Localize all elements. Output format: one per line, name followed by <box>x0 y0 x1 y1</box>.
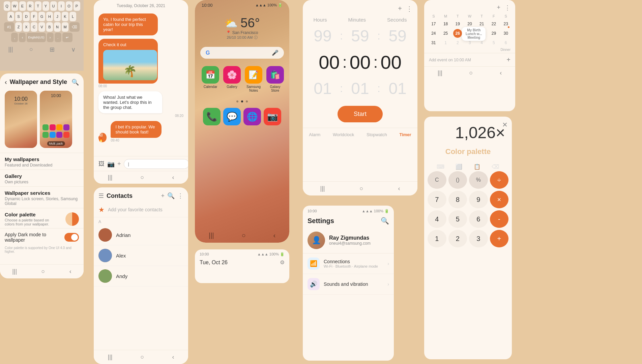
color-palette-circle[interactable] <box>65 212 79 226</box>
calc-9[interactable]: 9 <box>469 191 488 208</box>
timer-add-icon[interactable]: + <box>398 5 402 13</box>
kb-nav-home[interactable]: ○ <box>29 46 33 53</box>
chat-gallery-icon[interactable]: 🖼 <box>98 160 105 168</box>
app-store[interactable]: 🛍️ Galaxy Store <box>266 66 284 92</box>
calc-divide[interactable]: ÷ <box>490 171 509 189</box>
wp-nav-home[interactable]: ○ <box>41 268 45 275</box>
chat-nav-menu[interactable]: ||| <box>108 174 113 181</box>
calc-multiply[interactable]: × <box>490 191 509 208</box>
key-e[interactable]: E <box>19 1 26 11</box>
cal-nav-back[interactable]: ‹ <box>500 69 502 77</box>
app-notes[interactable]: 📝 Samsung Notes <box>245 66 262 92</box>
tab-stopwatch[interactable]: Stopwatch <box>367 132 387 137</box>
cal-day-5[interactable]: 5 <box>489 38 498 47</box>
contacts-nav-back[interactable]: ‹ <box>172 354 174 361</box>
cal-day-19[interactable]: 19 <box>453 20 462 28</box>
key-period[interactable]: . <box>55 33 61 42</box>
calc-5[interactable]: 5 <box>448 210 467 228</box>
calc-copy-icon[interactable]: 📋 <box>474 163 480 170</box>
settings-connections[interactable]: 📶 Connections Wi-Fi · Bluetooth · Airpla… <box>303 253 394 274</box>
wp-nav-back[interactable]: ‹ <box>69 268 71 275</box>
cal-day-2[interactable]: 2 <box>453 38 462 47</box>
dock-camera[interactable]: 📷 <box>264 108 281 125</box>
chat-input-field[interactable] <box>124 159 188 169</box>
settings-user-profile[interactable]: 👤 Ray Zigmundas oneui4@samsung.com <box>303 228 394 253</box>
calc-3[interactable]: 3 <box>469 230 488 247</box>
contacts-add-icon[interactable]: + <box>161 192 165 200</box>
key-z[interactable]: Z <box>15 22 22 32</box>
key-p[interactable]: P <box>74 1 80 11</box>
calc-1[interactable]: 1 <box>428 230 446 247</box>
cal-day-1[interactable]: 1 <box>441 38 450 47</box>
calc-keyboard-icon[interactable]: ⌨ <box>437 163 444 170</box>
cal-nav-recents[interactable]: ||| <box>438 69 442 77</box>
start-button[interactable]: Start <box>338 106 383 122</box>
back-button[interactable]: ‹ <box>5 78 7 86</box>
dock-phone[interactable]: 📞 <box>203 108 221 125</box>
phone-nav-back[interactable]: ‹ <box>273 232 275 239</box>
app-gallery[interactable]: 🌸 Gallery <box>223 66 241 92</box>
key-t[interactable]: T <box>35 1 41 11</box>
key-hash[interactable]: #1 <box>4 22 14 32</box>
key-b[interactable]: B <box>46 22 53 32</box>
tab-timer[interactable]: Timer <box>399 132 411 137</box>
dock-browser[interactable]: 🌐 <box>243 108 261 125</box>
calc-delete-icon[interactable]: ⌫ <box>492 163 499 170</box>
key-s[interactable]: S <box>15 12 22 21</box>
contacts-more-icon[interactable]: ⋮ <box>177 192 183 200</box>
phone-nav-home[interactable]: ○ <box>241 232 245 239</box>
contact-item-alex[interactable]: Alex <box>94 245 188 266</box>
chat-nav-back[interactable]: ‹ <box>172 174 174 181</box>
key-u[interactable]: U <box>50 1 57 11</box>
key-i[interactable]: I <box>58 1 65 11</box>
calc-6[interactable]: 6 <box>469 210 488 228</box>
key-n[interactable]: N <box>54 22 61 32</box>
contacts-search-icon[interactable]: 🔍 <box>167 192 175 200</box>
cal-day-6[interactable]: 6 <box>501 38 510 47</box>
key-k[interactable]: K <box>62 12 68 21</box>
timer-nav-home[interactable]: ○ <box>360 185 363 192</box>
calc-parens[interactable]: () <box>448 171 467 189</box>
wp-nav-menu[interactable]: ||| <box>12 268 17 275</box>
calc-percent[interactable]: % <box>469 171 488 189</box>
calc-clipboard-icon[interactable]: ⬜ <box>456 163 462 170</box>
key-backspace[interactable]: ⌫ <box>69 22 80 32</box>
chat-nav-home[interactable]: ○ <box>141 174 144 181</box>
cal-add-icon[interactable]: + <box>497 4 500 11</box>
contact-item-adrian[interactable]: Adrian <box>94 225 188 245</box>
key-lang[interactable]: English(US) <box>27 33 46 42</box>
key-a[interactable]: A <box>7 12 14 21</box>
cal-day-24[interactable]: 24 <box>429 29 438 38</box>
cal-day-17[interactable]: 17 <box>429 20 438 28</box>
key-c[interactable]: C <box>31 22 37 32</box>
key-f[interactable]: F <box>31 12 37 21</box>
key-w[interactable]: W <box>11 1 18 11</box>
notif-gear-icon[interactable]: ⚙ <box>280 259 285 266</box>
contacts-nav-home[interactable]: ○ <box>141 354 144 361</box>
kb-nav-menu[interactable]: ||| <box>8 46 13 53</box>
key-enter[interactable]: ↵ <box>62 33 72 42</box>
settings-search-icon[interactable]: 🔍 <box>381 217 389 225</box>
cal-day-30[interactable]: 30 <box>501 29 510 38</box>
cal-day-23[interactable]: 23 <box>501 20 510 28</box>
tab-alarm[interactable]: Alarm <box>309 132 320 137</box>
key-q[interactable]: Q <box>4 1 10 11</box>
cal-day-29[interactable]: 29 <box>489 29 498 38</box>
cal-day-18[interactable]: 18 <box>441 20 450 28</box>
search-mic-icon[interactable]: 🎤 <box>272 50 279 56</box>
key-r[interactable]: R <box>27 1 34 11</box>
calc-add[interactable]: + <box>490 230 509 247</box>
app-calendar[interactable]: 📅 Calendar <box>202 66 219 92</box>
chat-camera-icon[interactable]: 📷 <box>107 160 115 168</box>
contacts-menu-icon[interactable]: ☰ <box>98 192 104 200</box>
key-d[interactable]: D <box>23 12 30 21</box>
calc-subtract[interactable]: - <box>490 210 509 228</box>
contact-item-andy[interactable]: Andy <box>94 266 188 286</box>
key-h[interactable]: H <box>46 12 53 21</box>
key-j[interactable]: J <box>54 12 61 21</box>
cal-day-22[interactable]: 22 <box>489 20 498 28</box>
contacts-nav-recents[interactable]: ||| <box>108 354 113 361</box>
key-g[interactable]: G <box>38 12 45 21</box>
dock-messages[interactable]: 💬 <box>223 108 241 125</box>
key-x[interactable]: X <box>23 22 30 32</box>
